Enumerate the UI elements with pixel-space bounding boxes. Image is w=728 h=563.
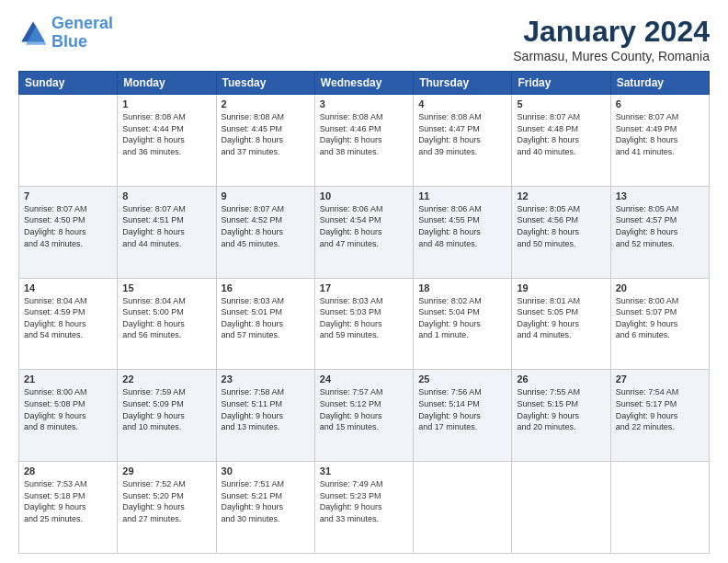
day-number: 23 [222, 373, 310, 385]
calendar-cell: 28Sunrise: 7:53 AM Sunset: 5:18 PM Dayli… [19, 462, 118, 554]
day-number: 22 [122, 373, 210, 385]
day-number: 5 [517, 98, 605, 109]
day-number: 12 [517, 190, 605, 201]
calendar-week-row: 1Sunrise: 8:08 AM Sunset: 4:44 PM Daylig… [19, 95, 710, 187]
day-info: Sunrise: 8:07 AM Sunset: 4:50 PM Dayligh… [24, 203, 112, 249]
day-info: Sunrise: 8:07 AM Sunset: 4:48 PM Dayligh… [517, 111, 605, 157]
calendar-cell [512, 462, 610, 554]
day-number: 9 [222, 190, 310, 201]
calendar-cell: 10Sunrise: 8:06 AM Sunset: 4:54 PM Dayli… [314, 186, 413, 278]
calendar-cell: 22Sunrise: 7:59 AM Sunset: 5:09 PM Dayli… [118, 370, 216, 462]
day-info: Sunrise: 7:52 AM Sunset: 5:20 PM Dayligh… [122, 478, 210, 524]
day-info: Sunrise: 8:08 AM Sunset: 4:46 PM Dayligh… [320, 111, 408, 157]
calendar-cell: 29Sunrise: 7:52 AM Sunset: 5:20 PM Dayli… [118, 462, 216, 554]
calendar-cell: 12Sunrise: 8:05 AM Sunset: 4:56 PM Dayli… [512, 186, 610, 278]
day-info: Sunrise: 8:05 AM Sunset: 4:57 PM Dayligh… [616, 203, 704, 249]
calendar-cell: 18Sunrise: 8:02 AM Sunset: 5:04 PM Dayli… [414, 278, 512, 370]
day-number: 14 [24, 282, 112, 293]
calendar-header-row: SundayMondayTuesdayWednesdayThursdayFrid… [19, 72, 710, 95]
day-number: 13 [616, 190, 704, 201]
calendar-cell: 5Sunrise: 8:07 AM Sunset: 4:48 PM Daylig… [512, 95, 610, 187]
calendar-cell: 16Sunrise: 8:03 AM Sunset: 5:01 PM Dayli… [216, 278, 314, 370]
calendar-cell: 23Sunrise: 7:58 AM Sunset: 5:11 PM Dayli… [216, 370, 314, 462]
day-info: Sunrise: 8:05 AM Sunset: 4:56 PM Dayligh… [517, 203, 605, 249]
day-info: Sunrise: 7:49 AM Sunset: 5:23 PM Dayligh… [320, 478, 408, 524]
calendar-cell: 21Sunrise: 8:00 AM Sunset: 5:08 PM Dayli… [19, 370, 118, 462]
day-info: Sunrise: 8:08 AM Sunset: 4:45 PM Dayligh… [222, 111, 310, 157]
title-section: January 2024 Sarmasu, Mures County, Roma… [513, 15, 710, 63]
calendar-cell: 15Sunrise: 8:04 AM Sunset: 5:00 PM Dayli… [118, 278, 216, 370]
logo-text: General Blue [51, 15, 113, 52]
day-number: 29 [122, 465, 210, 477]
day-number: 15 [122, 282, 210, 293]
day-info: Sunrise: 8:06 AM Sunset: 4:54 PM Dayligh… [320, 203, 408, 249]
calendar-cell: 3Sunrise: 8:08 AM Sunset: 4:46 PM Daylig… [314, 95, 413, 187]
calendar-cell [414, 462, 512, 554]
day-number: 4 [418, 98, 506, 109]
day-info: Sunrise: 7:59 AM Sunset: 5:09 PM Dayligh… [122, 386, 210, 432]
day-number: 11 [418, 190, 506, 201]
calendar-cell: 25Sunrise: 7:56 AM Sunset: 5:14 PM Dayli… [414, 370, 512, 462]
day-info: Sunrise: 7:55 AM Sunset: 5:15 PM Dayligh… [517, 386, 605, 432]
day-header-wednesday: Wednesday [314, 72, 413, 95]
day-number: 16 [222, 282, 310, 293]
day-header-friday: Friday [512, 72, 610, 95]
day-number: 18 [418, 282, 506, 293]
header: General Blue January 2024 Sarmasu, Mures… [18, 15, 710, 63]
day-header-thursday: Thursday [414, 72, 512, 95]
day-info: Sunrise: 8:03 AM Sunset: 5:03 PM Dayligh… [320, 295, 408, 341]
day-number: 27 [616, 373, 704, 385]
day-header-tuesday: Tuesday [216, 72, 314, 95]
calendar-cell [610, 462, 709, 554]
day-number: 24 [320, 373, 408, 385]
calendar-week-row: 14Sunrise: 8:04 AM Sunset: 4:59 PM Dayli… [19, 278, 710, 370]
day-header-monday: Monday [118, 72, 216, 95]
day-info: Sunrise: 7:58 AM Sunset: 5:11 PM Dayligh… [222, 386, 310, 432]
day-number: 3 [320, 98, 408, 109]
calendar-week-row: 28Sunrise: 7:53 AM Sunset: 5:18 PM Dayli… [19, 462, 710, 554]
day-number: 21 [24, 373, 112, 385]
day-number: 31 [320, 465, 408, 477]
calendar-cell: 20Sunrise: 8:00 AM Sunset: 5:07 PM Dayli… [610, 278, 709, 370]
day-number: 28 [24, 465, 112, 477]
day-info: Sunrise: 8:07 AM Sunset: 4:51 PM Dayligh… [122, 203, 210, 249]
day-info: Sunrise: 8:07 AM Sunset: 4:49 PM Dayligh… [616, 111, 704, 157]
calendar-cell: 4Sunrise: 8:08 AM Sunset: 4:47 PM Daylig… [414, 95, 512, 187]
calendar-cell: 2Sunrise: 8:08 AM Sunset: 4:45 PM Daylig… [216, 95, 314, 187]
day-info: Sunrise: 7:51 AM Sunset: 5:21 PM Dayligh… [222, 478, 310, 524]
day-info: Sunrise: 8:04 AM Sunset: 5:00 PM Dayligh… [122, 295, 210, 341]
calendar-table: SundayMondayTuesdayWednesdayThursdayFrid… [18, 71, 710, 554]
day-info: Sunrise: 8:07 AM Sunset: 4:52 PM Dayligh… [222, 203, 310, 249]
day-number: 26 [517, 373, 605, 385]
calendar-cell: 7Sunrise: 8:07 AM Sunset: 4:50 PM Daylig… [19, 186, 118, 278]
calendar-cell: 17Sunrise: 8:03 AM Sunset: 5:03 PM Dayli… [314, 278, 413, 370]
day-number: 30 [222, 465, 310, 477]
calendar-cell: 11Sunrise: 8:06 AM Sunset: 4:55 PM Dayli… [414, 186, 512, 278]
day-info: Sunrise: 7:54 AM Sunset: 5:17 PM Dayligh… [616, 386, 704, 432]
day-info: Sunrise: 8:06 AM Sunset: 4:55 PM Dayligh… [418, 203, 506, 249]
day-number: 6 [616, 98, 704, 109]
calendar-cell: 19Sunrise: 8:01 AM Sunset: 5:05 PM Dayli… [512, 278, 610, 370]
day-number: 20 [616, 282, 704, 293]
logo-icon [18, 18, 48, 48]
calendar-cell: 27Sunrise: 7:54 AM Sunset: 5:17 PM Dayli… [610, 370, 709, 462]
calendar-cell: 30Sunrise: 7:51 AM Sunset: 5:21 PM Dayli… [216, 462, 314, 554]
day-info: Sunrise: 8:03 AM Sunset: 5:01 PM Dayligh… [222, 295, 310, 341]
calendar-cell: 26Sunrise: 7:55 AM Sunset: 5:15 PM Dayli… [512, 370, 610, 462]
day-info: Sunrise: 8:08 AM Sunset: 4:44 PM Dayligh… [122, 111, 210, 157]
calendar-week-row: 21Sunrise: 8:00 AM Sunset: 5:08 PM Dayli… [19, 370, 710, 462]
day-info: Sunrise: 8:08 AM Sunset: 4:47 PM Dayligh… [418, 111, 506, 157]
subtitle: Sarmasu, Mures County, Romania [513, 49, 710, 63]
calendar-cell: 8Sunrise: 8:07 AM Sunset: 4:51 PM Daylig… [118, 186, 216, 278]
day-header-sunday: Sunday [19, 72, 118, 95]
calendar-cell: 1Sunrise: 8:08 AM Sunset: 4:44 PM Daylig… [118, 95, 216, 187]
calendar-cell: 6Sunrise: 8:07 AM Sunset: 4:49 PM Daylig… [610, 95, 709, 187]
calendar-cell [19, 95, 118, 187]
main-title: January 2024 [513, 15, 710, 49]
day-info: Sunrise: 7:53 AM Sunset: 5:18 PM Dayligh… [24, 478, 112, 524]
day-number: 1 [122, 98, 210, 109]
calendar-cell: 14Sunrise: 8:04 AM Sunset: 4:59 PM Dayli… [19, 278, 118, 370]
day-number: 25 [418, 373, 506, 385]
day-info: Sunrise: 7:57 AM Sunset: 5:12 PM Dayligh… [320, 386, 408, 432]
day-info: Sunrise: 7:56 AM Sunset: 5:14 PM Dayligh… [418, 386, 506, 432]
